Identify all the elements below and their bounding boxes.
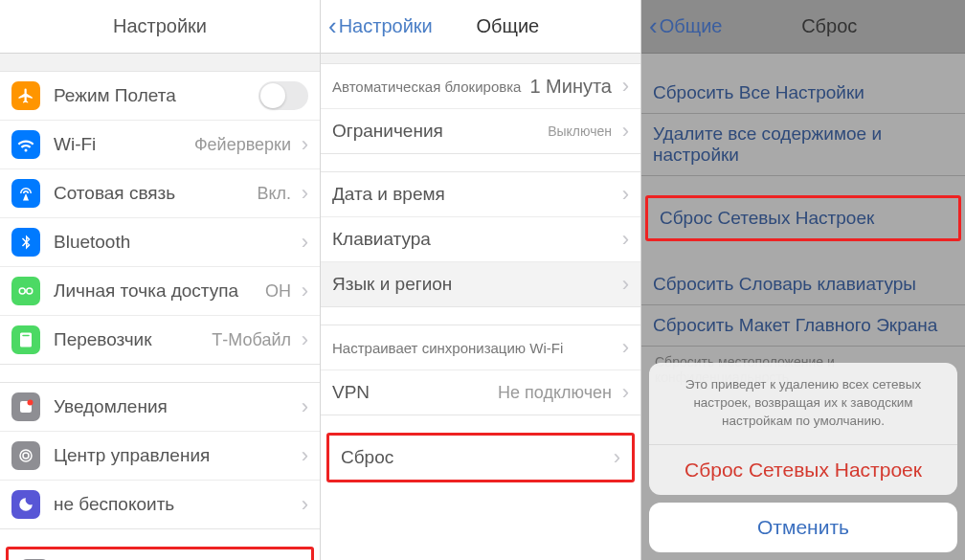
row-keyboard[interactable]: Клавиатура › xyxy=(321,217,640,262)
svg-point-5 xyxy=(20,450,32,461)
chevron-right-icon: › xyxy=(295,181,308,206)
control-center-label: Центр управления xyxy=(54,445,295,466)
erase-all-label: Удалите все содержимое и настройки xyxy=(653,123,954,166)
chevron-right-icon: › xyxy=(295,492,308,517)
reset-pane: ‹Общие Сброс Сбросить Все Настройки Удал… xyxy=(641,0,965,560)
chevron-right-icon: › xyxy=(607,445,620,470)
chevron-left-icon: ‹ xyxy=(649,11,658,41)
vpn-value: Не подключен xyxy=(498,383,612,403)
settings-header: Настройки xyxy=(0,0,320,54)
reset-all-label: Сбросить Все Настройки xyxy=(653,82,954,103)
general-pane: ‹Настройки Общие Автоматическая блокиров… xyxy=(321,0,641,560)
bluetooth-label: Bluetooth xyxy=(54,232,295,253)
sheet-confirm-button[interactable]: Сброс Сетевых Настроек xyxy=(649,444,957,495)
row-hotspot[interactable]: Личная точка доступа ОН › xyxy=(0,267,320,316)
airplane-icon xyxy=(11,81,40,110)
chevron-right-icon: › xyxy=(616,380,629,405)
reset-home-label: Сбросить Макет Главного Экрана xyxy=(653,315,954,336)
notifications-icon xyxy=(11,392,40,421)
sheet-message: Это приведет к удалению всех сетевых нас… xyxy=(649,363,957,444)
dnd-icon xyxy=(11,490,40,519)
chevron-right-icon: › xyxy=(616,227,629,252)
chevron-right-icon: › xyxy=(616,272,629,297)
chevron-right-icon: › xyxy=(616,182,629,207)
carrier-icon xyxy=(11,325,40,354)
settings-title: Настройки xyxy=(0,15,320,37)
settings-pane: Настройки Режим Полета Wi-Fi Фейерверки … xyxy=(0,0,321,560)
airplane-toggle[interactable] xyxy=(258,81,308,110)
dnd-label: не беспокоить xyxy=(54,494,295,515)
langregion-label: Язык и регион xyxy=(332,274,616,295)
wifisync-label: Настраивает синхронизацию Wi-Fi xyxy=(332,340,616,356)
row-carrier[interactable]: Перевозчик Т-Мобайл › xyxy=(0,316,320,364)
reset-label: Сброс xyxy=(341,447,607,468)
reset-network-label: Сброс Сетевых Настроек xyxy=(660,208,947,229)
svg-point-1 xyxy=(27,288,33,294)
reset-header: ‹Общие Сброс xyxy=(641,0,965,54)
control-center-icon xyxy=(11,441,40,470)
row-restrictions[interactable]: Ограничения Выключен › xyxy=(321,109,640,153)
reset-title: Сброс xyxy=(693,15,965,37)
general-title: Общие xyxy=(375,15,640,37)
cellular-label: Сотовая связь xyxy=(54,183,257,204)
settings-list: Режим Полета Wi-Fi Фейерверки › Сотовая … xyxy=(0,54,320,560)
row-general[interactable]: Общие › xyxy=(9,549,311,560)
chevron-right-icon: › xyxy=(295,132,308,157)
row-control-center[interactable]: Центр управления › xyxy=(0,432,320,481)
sheet-cancel-button[interactable]: Отменить xyxy=(649,503,957,552)
row-reset[interactable]: Сброс › xyxy=(329,436,632,480)
restrictions-value: Выключен xyxy=(548,123,612,139)
row-datetime[interactable]: Дата и время › xyxy=(321,172,640,217)
chevron-right-icon: › xyxy=(295,394,308,419)
chevron-left-icon: ‹ xyxy=(328,11,337,41)
chevron-right-icon: › xyxy=(295,230,308,255)
row-wifi[interactable]: Wi-Fi Фейерверки › xyxy=(0,121,320,169)
vpn-label: VPN xyxy=(332,382,498,403)
svg-point-4 xyxy=(23,453,29,459)
row-wifi-sync[interactable]: Настраивает синхронизацию Wi-Fi › xyxy=(321,325,640,370)
row-reset-all[interactable]: Сбросить Все Настройки xyxy=(641,73,965,114)
row-vpn[interactable]: VPN Не подключен › xyxy=(321,370,640,414)
chevron-right-icon: › xyxy=(616,119,629,144)
row-dnd[interactable]: не беспокоить › xyxy=(0,481,320,528)
carrier-value: Т-Мобайл xyxy=(212,330,291,350)
cellular-value: Вкл. xyxy=(257,184,291,204)
chevron-right-icon: › xyxy=(616,335,629,360)
autolock-value: 1 Минута xyxy=(529,76,612,98)
restrictions-label: Ограничения xyxy=(332,121,548,142)
svg-point-3 xyxy=(28,400,34,406)
notifications-label: Уведомления xyxy=(54,396,295,417)
row-autolock[interactable]: Автоматическая блокировка 1 Минута › xyxy=(321,64,640,109)
general-list: Автоматическая блокировка 1 Минута › Огр… xyxy=(321,54,640,560)
chevron-right-icon: › xyxy=(616,74,629,99)
row-reset-home[interactable]: Сбросить Макет Главного Экрана xyxy=(641,305,965,347)
carrier-label: Перевозчик xyxy=(54,329,212,350)
row-bluetooth[interactable]: Bluetooth › xyxy=(0,218,320,267)
wifi-icon xyxy=(11,130,40,159)
autolock-label: Автоматическая блокировка xyxy=(332,78,529,95)
row-erase-all[interactable]: Удалите все содержимое и настройки xyxy=(641,114,965,176)
row-airplane[interactable]: Режим Полета xyxy=(0,72,320,121)
chevron-right-icon: › xyxy=(295,279,308,303)
row-cellular[interactable]: Сотовая связь Вкл. › xyxy=(0,169,320,218)
hotspot-icon xyxy=(11,277,40,305)
bluetooth-icon xyxy=(11,228,40,257)
row-reset-dictionary[interactable]: Сбросить Словарь клавиатуры xyxy=(641,264,965,305)
action-sheet: Это приведет к удалению всех сетевых нас… xyxy=(649,363,957,552)
row-language-region[interactable]: Язык и регион › xyxy=(321,262,640,306)
airplane-label: Режим Полета xyxy=(54,85,258,106)
chevron-right-icon: › xyxy=(295,327,308,352)
chevron-right-icon: › xyxy=(295,443,308,468)
svg-point-0 xyxy=(19,288,25,294)
reset-dict-label: Сбросить Словарь клавиатуры xyxy=(653,274,954,295)
row-reset-network[interactable]: Сброс Сетевых Настроек xyxy=(648,198,958,238)
wifi-label: Wi-Fi xyxy=(54,134,194,155)
hotspot-label: Личная точка доступа xyxy=(54,280,265,302)
general-header: ‹Настройки Общие xyxy=(321,0,640,54)
cellular-icon xyxy=(11,179,40,208)
row-notifications[interactable]: Уведомления › xyxy=(0,383,320,432)
wifi-value: Фейерверки xyxy=(194,135,291,155)
datetime-label: Дата и время xyxy=(332,184,616,205)
hotspot-value: ОН xyxy=(265,281,291,302)
keyboard-label: Клавиатура xyxy=(332,229,616,250)
